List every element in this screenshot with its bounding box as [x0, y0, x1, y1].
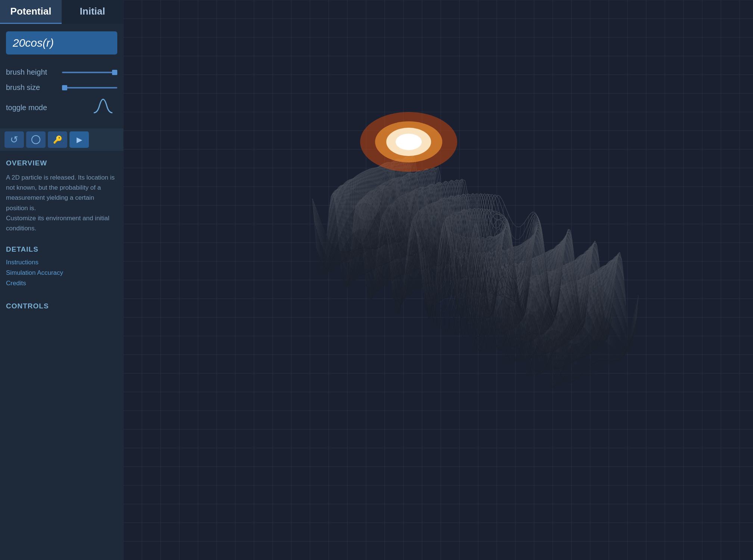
svg-line-9190: [446, 264, 449, 264]
brush-size-label: brush size: [6, 83, 62, 92]
svg-line-14200: [616, 361, 617, 361]
toolbar-row: ↺ 🔑 ▶: [0, 128, 123, 151]
svg-line-11829: [493, 211, 494, 211]
svg-line-13986: [580, 295, 581, 295]
svg-line-10274: [385, 190, 386, 190]
svg-line-2738: [338, 264, 340, 264]
svg-line-78: [474, 349, 476, 352]
svg-line-12678: [474, 338, 475, 344]
svg-line-13745: [572, 322, 573, 323]
svg-line-4283: [592, 365, 594, 374]
svg-line-5354: [601, 361, 603, 370]
svg-line-9961: [366, 247, 367, 247]
svg-line-10825: [416, 278, 417, 279]
tab-potential[interactable]: Potential: [0, 0, 62, 24]
formula-box[interactable]: 20cos(r): [6, 31, 117, 55]
svg-line-2973: [578, 359, 580, 376]
svg-line-14054: [595, 273, 596, 273]
svg-line-537: [442, 322, 444, 322]
svg-line-4521: [594, 363, 596, 373]
svg-line-13840: [560, 368, 561, 368]
svg-line-9463: [521, 224, 523, 226]
undo-button[interactable]: ↺: [4, 131, 24, 148]
formula-input[interactable]: 20cos(r): [13, 37, 54, 49]
svg-line-9788: [373, 168, 374, 168]
svg-line-11653: [503, 204, 504, 212]
svg-line-9462: [518, 226, 521, 227]
svg-line-10434: [391, 279, 393, 279]
svg-line-11890: [515, 227, 517, 239]
svg-line-9343: [518, 239, 520, 240]
svg-line-9461: [517, 227, 519, 227]
key-tool-button[interactable]: 🔑: [48, 131, 67, 148]
tab-initial[interactable]: Initial: [62, 0, 123, 24]
svg-line-13037: [532, 332, 533, 333]
svg-line-12332: [489, 236, 490, 236]
svg-line-13180: [555, 249, 556, 249]
svg-line-9570: [341, 251, 342, 252]
svg-line-13591: [560, 271, 561, 272]
svg-line-419: [443, 310, 446, 312]
wave-visualization: [123, 0, 753, 560]
svg-line-1013: [446, 326, 449, 328]
circle-icon: [31, 135, 40, 144]
overview-text: A 2D particle is released. Its location …: [6, 172, 117, 233]
tab-bar: Potential Initial: [0, 0, 123, 24]
brush-height-thumb[interactable]: [112, 70, 117, 75]
key-icon: 🔑: [53, 135, 62, 144]
svg-line-9333: [497, 196, 499, 200]
svg-line-13665: [569, 273, 570, 273]
svg-line-10786: [456, 189, 457, 193]
brush-size-slider[interactable]: [62, 87, 117, 88]
play-button[interactable]: ▶: [69, 131, 89, 148]
undo-icon: ↺: [10, 134, 18, 146]
svg-line-12944: [542, 334, 543, 334]
bell-curve-icon[interactable]: [92, 99, 114, 116]
svg-line-13705: [528, 371, 529, 373]
svg-line-12735: [501, 250, 502, 250]
brush-height-label: brush height: [6, 68, 62, 77]
svg-line-13907: [576, 344, 577, 344]
simulation-accuracy-link[interactable]: Simulation Accuracy: [6, 269, 117, 277]
svg-line-11964: [440, 322, 441, 328]
svg-line-13991: [575, 295, 576, 295]
svg-line-13231: [503, 359, 505, 362]
svg-line-13040: [529, 333, 530, 333]
brush-height-slider[interactable]: [62, 72, 117, 73]
svg-line-10052: [357, 275, 359, 275]
svg-line-4640: [595, 363, 597, 373]
svg-line-1129: [441, 315, 444, 316]
main-visualization-area[interactable]: [123, 0, 753, 560]
credits-link[interactable]: Credits: [6, 280, 117, 287]
svg-line-12754: [481, 346, 483, 349]
svg-line-1256: [459, 332, 461, 335]
svg-line-198: [477, 350, 479, 351]
svg-line-4759: [596, 363, 598, 372]
svg-line-10083: [410, 256, 412, 256]
svg-line-9342: [515, 239, 518, 240]
svg-line-9215: [498, 207, 500, 215]
svg-line-3926: [589, 367, 591, 376]
svg-line-11987: [501, 215, 502, 215]
svg-line-9436: [465, 181, 467, 191]
svg-line-1377: [464, 336, 466, 336]
svg-line-893: [443, 329, 446, 330]
svg-line-11880: [441, 306, 443, 316]
svg-line-1372: [454, 303, 456, 309]
svg-line-4997: [598, 361, 600, 371]
svg-line-10273: [386, 190, 387, 190]
svg-line-5592: [603, 361, 605, 369]
svg-line-10351: [391, 238, 393, 238]
circle-tool-button[interactable]: [26, 131, 46, 148]
details-section: DETAILS Instructions Simulation Accuracy…: [0, 237, 123, 294]
svg-line-12044: [443, 312, 444, 322]
instructions-link[interactable]: Instructions: [6, 259, 117, 266]
svg-line-9680: [398, 242, 399, 243]
svg-line-11345: [478, 195, 480, 199]
svg-line-10389: [437, 167, 438, 168]
brush-size-thumb[interactable]: [62, 85, 67, 90]
svg-line-14007: [559, 286, 560, 286]
svg-line-9635: [359, 248, 360, 249]
svg-line-9423: [438, 167, 440, 176]
svg-line-11969: [520, 226, 521, 239]
